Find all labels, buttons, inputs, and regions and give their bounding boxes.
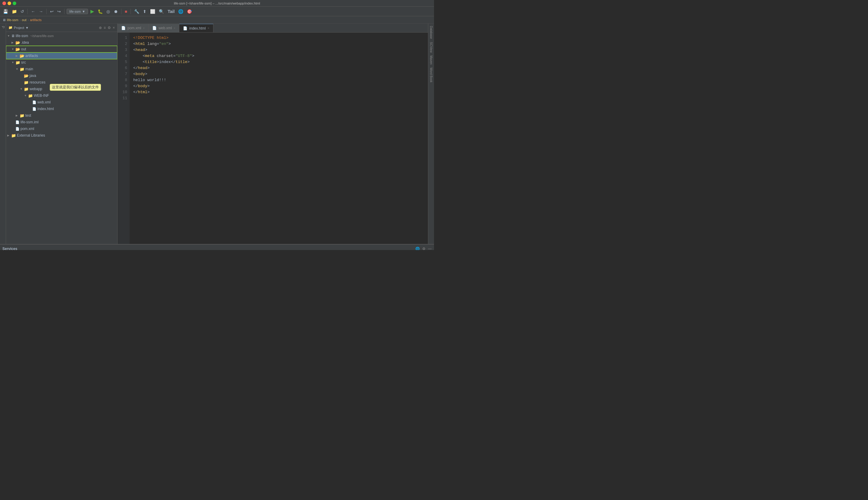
code-line-2: <html lang="en"> <box>133 41 424 47</box>
main-label: main <box>25 67 33 71</box>
sidebar-wordbook[interactable]: Word Book <box>429 66 433 83</box>
code-line-7: <body> <box>133 71 424 77</box>
tree-item-artifacts[interactable]: ▶ 📂 artifacts <box>6 53 117 59</box>
minimize-icon[interactable]: — <box>428 247 431 250</box>
toolbar: 💾 📁 ↺ ← → ↩ ↪ life-ssm ▼ ▶ 🐛 ◎ ⏺ ■ 🔧 ⬆ ⬜… <box>0 7 434 16</box>
right-sidebar: Database SCView Maven Word Book <box>428 23 434 244</box>
toolbar-divider-3 <box>64 9 65 14</box>
webxml-tab-label: web.xml <box>159 26 172 30</box>
settings-button[interactable]: 🔧 <box>133 9 140 14</box>
collapse-icon[interactable]: ≡ <box>104 26 106 30</box>
breadcrumb-out[interactable]: out <box>22 18 26 22</box>
run-config-selector[interactable]: life-ssm ▼ <box>67 9 88 14</box>
minimize-button[interactable] <box>8 1 11 5</box>
code-line-10: </html> <box>133 89 424 95</box>
dropdown-icon: ▼ <box>82 10 85 13</box>
sidebar-scview[interactable]: SCView <box>429 41 433 54</box>
tree-item-indexhtml[interactable]: ▶ 📄 index.html <box>6 105 117 112</box>
tree-item-webxml[interactable]: ▶ 📄 web.xml <box>6 99 117 105</box>
open-button[interactable]: 📁 <box>11 9 18 14</box>
tree-item-webinf[interactable]: ▼ 📁 WEB-INF <box>6 92 117 99</box>
stop-button[interactable]: ■ <box>124 9 128 14</box>
iml-file-icon: 📄 <box>15 120 20 124</box>
src-folder-icon: 📁 <box>15 60 20 65</box>
extra-button[interactable]: 🎯 <box>186 9 193 14</box>
forward-button[interactable]: → <box>38 9 44 14</box>
translate-button[interactable]: 🌐 <box>177 9 184 14</box>
webapp-label: webapp <box>30 87 42 91</box>
line-numbers: 1 2 3 4 5 6 7 8 9 10 11 <box>117 33 130 244</box>
webxml-tab-close[interactable]: × <box>174 26 175 30</box>
tail-button[interactable]: Tail <box>166 9 176 14</box>
tree-item-src[interactable]: ▼ 📁 src <box>6 59 117 66</box>
resources-folder-icon: 📁 <box>24 80 28 85</box>
code-line-4: <meta charset="UTF-8"> <box>133 53 424 59</box>
debug-button[interactable]: 🐛 <box>96 9 104 14</box>
back-button[interactable]: ← <box>30 9 36 14</box>
external-button[interactable]: ⬆ <box>142 9 148 14</box>
left-sidebar-icons: P <box>0 23 6 244</box>
run-button[interactable]: ▶ <box>89 8 95 15</box>
locate-icon[interactable]: ⊕ <box>99 26 102 30</box>
coverage-button[interactable]: ◎ <box>105 9 111 14</box>
external-label: External Libraries <box>17 133 45 137</box>
sidebar-maven[interactable]: Maven <box>429 54 433 66</box>
breadcrumb-icon: 🖥 <box>2 18 6 22</box>
services-title: Services <box>2 247 17 250</box>
tree-item-idea[interactable]: ▶ 📂 .idea <box>6 39 117 46</box>
close-button[interactable] <box>2 1 6 5</box>
code-editor[interactable]: <!DOCTYPE html> <html lang="en"> <head> … <box>130 33 428 244</box>
webxml-file-icon: 📄 <box>32 100 36 104</box>
tree-item-out[interactable]: ▼ 📂 out <box>6 46 117 53</box>
iml-label: life-ssm.iml <box>21 120 38 124</box>
close-panel-icon[interactable]: × <box>113 26 115 30</box>
code-line-8: hello world!!! <box>133 77 424 83</box>
webinf-folder-icon: 📁 <box>28 93 33 98</box>
layout-button[interactable]: ⬜ <box>149 9 157 14</box>
tree-item-iml[interactable]: ▶ 📄 life-ssm.iml <box>6 119 117 125</box>
root-icon: 🖥 <box>11 34 15 38</box>
maximize-button[interactable] <box>13 1 16 5</box>
undo-button[interactable]: ↩ <box>49 9 55 14</box>
save-button[interactable]: 💾 <box>2 9 9 14</box>
project-icon[interactable]: P <box>0 25 6 30</box>
breadcrumb: 🖥 life-ssm › out › artifacts <box>0 16 434 23</box>
tab-indexhtml[interactable]: 📄 index.html × <box>179 24 213 32</box>
project-folder-icon: 📁 <box>9 26 13 30</box>
editor-tabs: 📄 pom.xml × 📄 web.xml × 📄 index.html × <box>117 23 428 33</box>
tree-item-java[interactable]: ▶ 📂 java <box>6 72 117 79</box>
java-label: java <box>30 73 36 78</box>
annotation-compiled-files: 这里就是我们编译以后的文件 <box>50 84 101 91</box>
test-label: test <box>25 113 31 117</box>
tree-item-pomxml[interactable]: ▶ 📄 pom.xml <box>6 125 117 132</box>
expand-arrow: ▶ <box>7 134 10 137</box>
expand-arrow: ▶ <box>11 41 14 44</box>
tab-pomxml[interactable]: 📄 pom.xml × <box>117 24 149 32</box>
indexhtml-tab-close[interactable]: × <box>208 26 209 30</box>
code-line-3: <head> <box>133 47 424 53</box>
pomxml-tab-close[interactable]: × <box>143 26 145 30</box>
pomxml-tab-label: pom.xml <box>127 26 141 30</box>
toolbar-divider-1 <box>27 9 28 14</box>
redo-button[interactable]: ↪ <box>56 9 62 14</box>
project-tree: ▼ 🖥 life-ssm ~/share/life-ssm ▶ 📂 .idea … <box>6 32 117 244</box>
tree-item-main[interactable]: ▼ 📁 main <box>6 66 117 72</box>
breadcrumb-artifacts[interactable]: artifacts <box>30 18 42 22</box>
profile-button[interactable]: ⏺ <box>113 9 119 14</box>
refresh-button[interactable]: ↺ <box>19 9 25 14</box>
sidebar-database[interactable]: Database <box>429 25 433 40</box>
tree-item-test[interactable]: ▶ 📁 test <box>6 112 117 119</box>
services-header-icons: 🌐 ⚙ — <box>415 247 431 250</box>
settings-gear-icon[interactable]: ⚙ <box>107 26 111 30</box>
breadcrumb-project[interactable]: life-ssm <box>7 18 19 22</box>
expand-arrow: ▼ <box>20 88 23 90</box>
tree-item-root[interactable]: ▼ 🖥 life-ssm ~/share/life-ssm <box>6 33 117 39</box>
tab-webxml[interactable]: 📄 web.xml × <box>149 24 179 32</box>
dropdown-arrow[interactable]: ▼ <box>25 26 28 30</box>
settings-icon[interactable]: ⚙ <box>422 247 426 250</box>
tree-item-external[interactable]: ▶ 📁 External Libraries <box>6 132 117 139</box>
search-button[interactable]: 🔍 <box>158 9 165 14</box>
code-line-11 <box>133 95 424 101</box>
artifacts-folder-icon: 📂 <box>20 54 24 58</box>
globe-icon[interactable]: 🌐 <box>415 247 420 250</box>
